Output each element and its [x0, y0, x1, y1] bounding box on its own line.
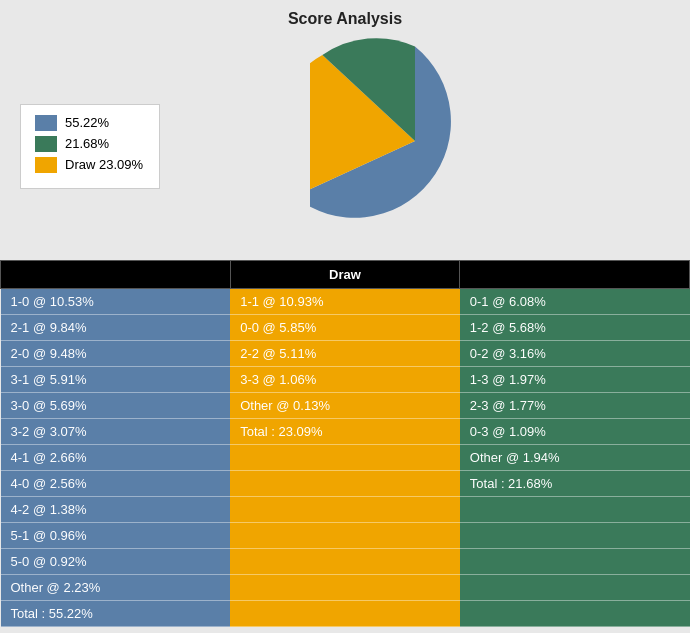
home-cell: Total : 55.22%	[1, 601, 231, 627]
draw-cell: Total : 23.09%	[230, 419, 460, 445]
table-row: 3-1 @ 5.91%3-3 @ 1.06%1-3 @ 1.97%	[1, 367, 690, 393]
score-table: Draw 1-0 @ 10.53%1-1 @ 10.93%0-1 @ 6.08%…	[0, 260, 690, 627]
home-cell: 3-2 @ 3.07%	[1, 419, 231, 445]
header-draw: Draw	[230, 261, 460, 289]
draw-cell: Other @ 0.13%	[230, 393, 460, 419]
away-cell: 0-1 @ 6.08%	[460, 289, 690, 315]
home-cell: 3-0 @ 5.69%	[1, 393, 231, 419]
header-home	[1, 261, 231, 289]
away-cell: 2-3 @ 1.77%	[460, 393, 690, 419]
table-row: 5-0 @ 0.92%	[1, 549, 690, 575]
away-cell	[460, 523, 690, 549]
table-row: 5-1 @ 0.96%	[1, 523, 690, 549]
page-title: Score Analysis	[0, 0, 690, 36]
draw-cell	[230, 575, 460, 601]
table-row: 3-0 @ 5.69%Other @ 0.13%2-3 @ 1.77%	[1, 393, 690, 419]
home-cell: 4-0 @ 2.56%	[1, 471, 231, 497]
table-row: Other @ 2.23%	[1, 575, 690, 601]
draw-cell	[230, 497, 460, 523]
legend-color-draw	[35, 157, 57, 173]
pie-chart	[310, 36, 520, 246]
legend-color-away	[35, 136, 57, 152]
legend-label-away: 21.68%	[65, 136, 109, 151]
home-cell: 2-1 @ 9.84%	[1, 315, 231, 341]
away-cell	[460, 601, 690, 627]
home-cell: 1-0 @ 10.53%	[1, 289, 231, 315]
draw-cell: 2-2 @ 5.11%	[230, 341, 460, 367]
table-row: Total : 55.22%	[1, 601, 690, 627]
home-cell: 4-2 @ 1.38%	[1, 497, 231, 523]
home-cell: 5-1 @ 0.96%	[1, 523, 231, 549]
draw-cell: 1-1 @ 10.93%	[230, 289, 460, 315]
home-cell: 3-1 @ 5.91%	[1, 367, 231, 393]
away-cell	[460, 549, 690, 575]
away-cell	[460, 575, 690, 601]
table-row: 2-0 @ 9.48%2-2 @ 5.11%0-2 @ 3.16%	[1, 341, 690, 367]
draw-cell: 3-3 @ 1.06%	[230, 367, 460, 393]
away-cell: Total : 21.68%	[460, 471, 690, 497]
legend-label-home: 55.22%	[65, 115, 109, 130]
draw-cell	[230, 523, 460, 549]
table-header-row: Draw	[1, 261, 690, 289]
away-cell: 0-2 @ 3.16%	[460, 341, 690, 367]
draw-cell: 0-0 @ 5.85%	[230, 315, 460, 341]
draw-cell	[230, 471, 460, 497]
pie-chart-area	[160, 36, 670, 246]
draw-cell	[230, 601, 460, 627]
home-cell: 4-1 @ 2.66%	[1, 445, 231, 471]
home-cell: Other @ 2.23%	[1, 575, 231, 601]
table-row: 2-1 @ 9.84%0-0 @ 5.85%1-2 @ 5.68%	[1, 315, 690, 341]
table-row: 4-2 @ 1.38%	[1, 497, 690, 523]
table-row: 3-2 @ 3.07%Total : 23.09%0-3 @ 1.09%	[1, 419, 690, 445]
home-cell: 2-0 @ 9.48%	[1, 341, 231, 367]
legend-color-home	[35, 115, 57, 131]
draw-cell	[230, 445, 460, 471]
away-cell: 1-3 @ 1.97%	[460, 367, 690, 393]
away-cell: Other @ 1.94%	[460, 445, 690, 471]
legend-item-away: 21.68%	[35, 136, 145, 152]
draw-cell	[230, 549, 460, 575]
table-row: 4-1 @ 2.66%Other @ 1.94%	[1, 445, 690, 471]
legend-item-draw: Draw 23.09%	[35, 157, 145, 173]
table-row: 1-0 @ 10.53%1-1 @ 10.93%0-1 @ 6.08%	[1, 289, 690, 315]
legend: 55.22% 21.68% Draw 23.09%	[20, 104, 160, 189]
away-cell: 1-2 @ 5.68%	[460, 315, 690, 341]
home-cell: 5-0 @ 0.92%	[1, 549, 231, 575]
away-cell: 0-3 @ 1.09%	[460, 419, 690, 445]
header-away	[460, 261, 690, 289]
away-cell	[460, 497, 690, 523]
legend-item-home: 55.22%	[35, 115, 145, 131]
legend-label-draw: Draw 23.09%	[65, 157, 143, 172]
table-row: 4-0 @ 2.56%Total : 21.68%	[1, 471, 690, 497]
